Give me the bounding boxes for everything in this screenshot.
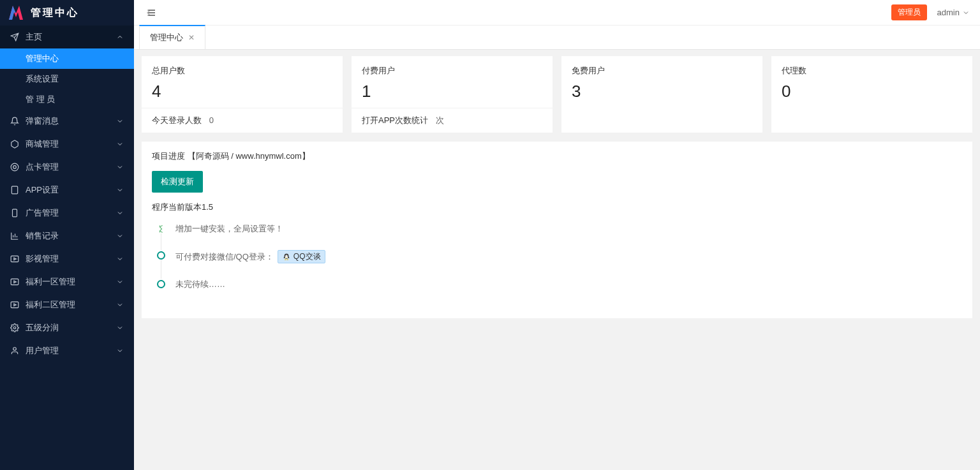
tab-admin-center[interactable]: 管理中心 ✕ <box>139 25 205 49</box>
stat-value: 1 <box>362 82 542 101</box>
project-card: 项目进度 【阿奇源码 / www.hnymwl.com】 检测更新 程序当前版本… <box>142 142 972 318</box>
svg-point-0 <box>11 163 19 171</box>
sidebar: 管理中心 主页 管理中心 系统设置 管 理 员 弹窗消息 <box>0 0 134 470</box>
nav-label: 广告管理 <box>26 207 59 219</box>
nav-sales[interactable]: 销售记录 <box>0 224 134 247</box>
nav-label: 商城管理 <box>26 138 59 150</box>
nav-home[interactable]: 主页 <box>0 26 134 48</box>
svg-point-11 <box>285 255 286 256</box>
svg-point-1 <box>13 166 17 169</box>
nav-users[interactable]: 用户管理 <box>0 339 134 362</box>
nav-welfare-2[interactable]: 福利二区管理 <box>0 293 134 316</box>
main-panel: 管理员 admin 管理中心 ✕ 总用户数 4 <box>134 0 980 470</box>
chevron-down-icon <box>116 186 124 194</box>
stat-value: 3 <box>572 82 752 101</box>
content-area: 总用户数 4 今天登录人数 0 付费用户 1 打开APP次数统计 <box>134 50 980 470</box>
nav-label: 影视管理 <box>26 253 59 265</box>
user-name: admin <box>937 8 960 17</box>
stat-value: 4 <box>152 82 332 101</box>
play-icon <box>10 277 19 286</box>
stat-footer-label: 今天登录人数 <box>152 115 202 125</box>
nav-popup-msg[interactable]: 弹窗消息 <box>0 110 134 133</box>
nav-label: APP设置 <box>26 184 59 196</box>
circle-icon <box>157 251 165 260</box>
chevron-down-icon <box>116 140 124 148</box>
tab-label: 管理中心 <box>150 32 183 43</box>
chevron-down-icon <box>116 324 124 332</box>
cube-icon <box>10 140 19 149</box>
qq-icon <box>282 253 291 261</box>
chevron-down-icon <box>962 9 970 17</box>
nav-card[interactable]: 点卡管理 <box>0 156 134 179</box>
version-line: 程序当前版本1.5 <box>152 202 962 213</box>
stat-title: 代理数 <box>782 65 962 77</box>
sub-item-system-settings[interactable]: 系统设置 <box>0 69 134 89</box>
chevron-down-icon <box>116 278 124 286</box>
chevron-down-icon <box>116 301 124 309</box>
svg-point-14 <box>286 259 288 260</box>
gear-icon <box>10 323 19 332</box>
chevron-down-icon <box>116 232 124 240</box>
svg-point-12 <box>286 255 287 256</box>
send-icon <box>10 33 19 41</box>
svg-rect-4 <box>11 256 19 261</box>
timeline-item: 未完待续…… <box>157 279 962 305</box>
collapse-sidebar-button[interactable] <box>144 6 158 20</box>
play-icon <box>10 300 19 309</box>
stat-paid-users: 付费用户 1 打开APP次数统计 次 <box>352 56 553 133</box>
nav-label: 主页 <box>26 31 42 43</box>
user-dropdown[interactable]: admin <box>937 8 970 17</box>
stat-footer-label: 打开APP次数统计 <box>362 115 428 125</box>
chevron-down-icon <box>116 255 124 263</box>
nav-app-settings[interactable]: APP设置 <box>0 179 134 202</box>
sub-item-administrator[interactable]: 管 理 员 <box>0 89 134 110</box>
mobile-icon <box>10 209 19 217</box>
chevron-up-icon <box>116 33 124 41</box>
nav-mall[interactable]: 商城管理 <box>0 133 134 156</box>
nav-commission[interactable]: 五级分润 <box>0 316 134 339</box>
nav-label: 福利二区管理 <box>26 299 75 311</box>
timeline-item: 增加一键安装，全局设置等！ <box>157 223 962 250</box>
circle-icon <box>157 280 165 288</box>
nav-label: 五级分润 <box>26 322 59 334</box>
chevron-down-icon <box>116 209 124 217</box>
stat-free-users: 免费用户 3 <box>561 56 762 133</box>
nav-welfare-1[interactable]: 福利一区管理 <box>0 270 134 293</box>
check-update-button[interactable]: 检测更新 <box>152 171 203 193</box>
target-icon <box>10 163 19 172</box>
chevron-down-icon <box>116 117 124 125</box>
nav-label: 福利一区管理 <box>26 276 75 288</box>
nav-label: 点卡管理 <box>26 161 59 173</box>
stat-total-users: 总用户数 4 今天登录人数 0 <box>142 56 343 133</box>
user-icon <box>10 346 19 355</box>
stats-grid: 总用户数 4 今天登录人数 0 付费用户 1 打开APP次数统计 <box>142 56 972 133</box>
logo-bar: 管理中心 <box>0 0 134 26</box>
role-badge[interactable]: 管理员 <box>891 4 927 20</box>
chevron-down-icon <box>116 163 124 171</box>
nav-video[interactable]: 影视管理 <box>0 247 134 270</box>
timeline-item: 可付费对接微信/QQ登录： QQ交谈 <box>157 250 962 279</box>
qq-chat-button[interactable]: QQ交谈 <box>278 250 325 263</box>
timeline-text: 增加一键安装，全局设置等！ <box>175 223 283 235</box>
svg-rect-6 <box>11 302 19 307</box>
stat-title: 总用户数 <box>152 65 332 77</box>
logo-icon <box>9 6 26 20</box>
nav-ads[interactable]: 广告管理 <box>0 202 134 224</box>
close-icon[interactable]: ✕ <box>188 33 195 42</box>
stat-footer: 打开APP次数统计 次 <box>352 108 553 133</box>
sub-item-admin-center[interactable]: 管理中心 <box>0 48 134 69</box>
tablet-icon <box>10 186 19 195</box>
nav-label: 弹窗消息 <box>26 115 59 127</box>
nav-label: 用户管理 <box>26 345 59 356</box>
stat-title: 免费用户 <box>572 65 752 77</box>
stat-title: 付费用户 <box>362 65 542 77</box>
stat-footer: 今天登录人数 0 <box>142 108 343 133</box>
project-title: 项目进度 【阿奇源码 / www.hnymwl.com】 <box>152 151 962 162</box>
timeline: 增加一键安装，全局设置等！ 可付费对接微信/QQ登录： QQ交谈 <box>152 223 962 305</box>
svg-rect-2 <box>11 186 17 194</box>
timeline-text: 未完待续…… <box>175 279 225 290</box>
nav-menu: 主页 管理中心 系统设置 管 理 员 弹窗消息 商城管理 点卡管理 <box>0 26 134 470</box>
svg-point-8 <box>13 348 17 351</box>
stat-value: 0 <box>782 82 962 101</box>
app-title: 管理中心 <box>31 6 79 20</box>
